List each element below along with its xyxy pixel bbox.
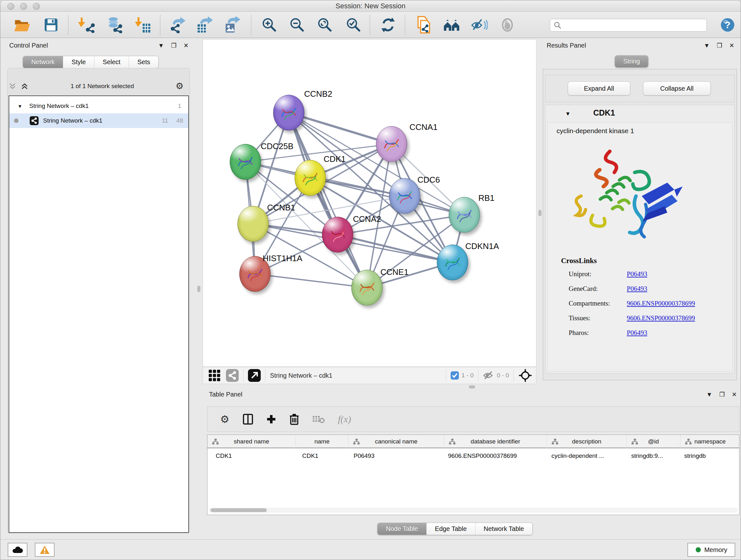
table-cell[interactable]: stringdb:9... [627, 449, 680, 462]
tab-network[interactable]: Network [23, 56, 63, 68]
results-panel-close-icon[interactable]: ✕ [729, 43, 734, 49]
right-splitter-handle[interactable] [538, 210, 542, 216]
control-panel-float-icon[interactable]: ❒ [171, 43, 177, 49]
results-panel-float-icon[interactable]: ❒ [717, 43, 722, 49]
string-view-icon[interactable] [226, 369, 239, 382]
show-hidden-eye-icon[interactable] [499, 16, 516, 34]
table-panel-collapse-icon[interactable]: ▼ [706, 391, 712, 397]
tab-select[interactable]: Select [94, 56, 129, 68]
collapse-all-button[interactable]: Collapse All [643, 81, 711, 96]
cloud-status-button[interactable] [8, 543, 27, 557]
share-document-icon[interactable] [415, 16, 432, 34]
collection-expand-arrow-icon[interactable]: ▼ [17, 104, 22, 109]
tab-sets[interactable]: Sets [129, 56, 158, 68]
network-node-ccna2[interactable] [322, 217, 353, 253]
import-table-from-file-icon[interactable] [134, 16, 151, 34]
warnings-button[interactable] [35, 543, 55, 557]
table-panel-float-icon[interactable]: ❒ [719, 391, 725, 397]
network-node-ccne1[interactable] [351, 270, 383, 306]
selected-checkbox-icon[interactable] [451, 371, 459, 380]
crosslink-compartments-link[interactable]: 9606.ENSP00000378699 [627, 300, 695, 307]
add-column-icon[interactable] [266, 415, 276, 424]
network-collection-row[interactable]: ▼ String Network – cdk1 1 [9, 99, 188, 113]
network-node-ccnb2[interactable] [273, 95, 305, 131]
zoom-fit-content-icon[interactable] [316, 16, 333, 34]
table-cell[interactable]: stringdb [680, 449, 740, 462]
import-network-from-file-icon[interactable] [78, 16, 95, 34]
column-header[interactable]: name [296, 435, 348, 448]
column-header[interactable]: @id [627, 435, 680, 448]
help-icon[interactable]: ? [719, 16, 736, 34]
hide-selected-eye-icon[interactable] [471, 16, 488, 34]
crosslink-tissues-link[interactable]: 9606.ENSP00000378699 [627, 314, 695, 322]
zoom-selected-icon[interactable] [345, 16, 362, 34]
tab-node-table[interactable]: Node Table [378, 523, 427, 535]
grid-view-icon[interactable] [208, 369, 221, 382]
toolbar-separator [251, 15, 252, 35]
table-cell[interactable]: CDK1 [207, 449, 296, 462]
column-header[interactable]: namespace [680, 435, 740, 448]
protein-card: ▼ CDK1 cyclin-dependent kinase 1 [545, 105, 735, 374]
table-cell[interactable]: cyclin-dependent ... [547, 449, 627, 462]
refresh-view-icon[interactable] [380, 16, 397, 34]
horizontal-scrollbar[interactable] [209, 508, 738, 513]
network-node-rb1[interactable] [449, 197, 480, 233]
crosslink-pharos-link[interactable]: P06493 [627, 329, 647, 337]
export-image-icon[interactable] [224, 16, 241, 34]
fit-selected-crosshair-icon[interactable] [518, 368, 532, 382]
control-panel-collapse-icon[interactable]: ▼ [158, 43, 164, 49]
string-network-icon [30, 116, 39, 125]
network-options-gear-icon[interactable]: ⚙ [176, 81, 184, 91]
network-node-cdkn1a[interactable] [437, 245, 468, 280]
export-table-icon[interactable] [196, 16, 213, 34]
save-session-icon[interactable] [43, 16, 60, 34]
import-network-from-database-icon[interactable] [106, 16, 123, 34]
memory-button[interactable]: Memory [687, 543, 735, 557]
export-network-icon[interactable] [170, 16, 187, 34]
table-cell[interactable]: P06493 [348, 449, 444, 462]
first-neighbors-houses-icon[interactable] [443, 16, 461, 34]
column-header[interactable]: description [547, 435, 627, 448]
tab-edge-table[interactable]: Edge Table [427, 523, 475, 535]
collapse-all-chevrons-icon[interactable] [9, 83, 17, 90]
table-panel-close-icon[interactable]: ✕ [732, 391, 737, 397]
show-columns-icon[interactable] [243, 414, 253, 425]
control-panel-close-icon[interactable]: ✕ [184, 43, 189, 49]
left-splitter-handle[interactable] [197, 286, 200, 292]
table-cell[interactable]: CDK1 [296, 449, 348, 462]
search-input[interactable] [562, 22, 699, 29]
column-header[interactable]: database identifier [444, 435, 547, 448]
hidden-eye-icon[interactable] [483, 371, 494, 380]
network-node-cdc25b[interactable] [230, 144, 261, 180]
tab-network-table[interactable]: Network Table [475, 523, 532, 535]
crosslink-uniprot-link[interactable]: P06493 [627, 270, 647, 278]
tab-style[interactable]: Style [63, 56, 94, 68]
network-node-cdk1[interactable] [294, 160, 326, 196]
table-cell[interactable]: 9606.ENSP00000378699 [444, 449, 547, 462]
crosslink-label: Tissues: [569, 314, 590, 322]
tab-string[interactable]: String [615, 56, 648, 67]
table-options-gear-icon[interactable]: ⚙ [220, 413, 229, 425]
network-node-ccnb1[interactable] [238, 206, 269, 242]
search-field[interactable] [550, 19, 707, 32]
delete-column-icon[interactable] [289, 414, 299, 425]
crosslink-genecard-link[interactable]: P06493 [627, 285, 647, 293]
protein-expand-arrow-icon[interactable]: ▼ [565, 111, 570, 117]
expand-all-button[interactable]: Expand All [568, 81, 630, 96]
results-panel-collapse-icon[interactable]: ▼ [704, 43, 710, 49]
protein-structure-thumbnail [246, 264, 265, 285]
zoom-out-icon[interactable] [288, 16, 306, 34]
network-row[interactable]: String Network – cdk1 11 48 [9, 113, 188, 128]
crosslinks-heading: CrossLinks [561, 257, 597, 265]
network-node-ccna1[interactable] [376, 126, 407, 162]
open-in-new-window-icon[interactable] [248, 369, 261, 382]
open-session-icon[interactable] [14, 16, 31, 34]
column-header[interactable]: shared name [207, 435, 296, 448]
scrollbar-thumb[interactable] [211, 508, 267, 512]
zoom-in-icon[interactable] [261, 16, 278, 34]
column-header[interactable]: canonical name [348, 435, 444, 448]
network-canvas[interactable]: CCNB2CCNA1CDC25BCDK1CDC6RB1CCNB1CCNA2CDK… [203, 39, 536, 367]
network-node-cdc6[interactable] [389, 178, 420, 214]
expand-all-chevrons-icon[interactable] [21, 83, 29, 90]
shared-column-icon [353, 438, 360, 445]
